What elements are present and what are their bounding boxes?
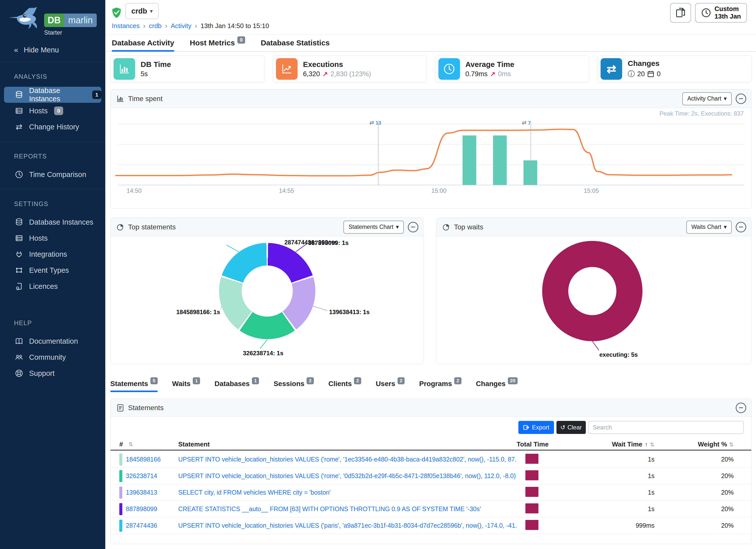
tab-database-activity[interactable]: Database Activity bbox=[112, 35, 174, 51]
sidebar-item-licences[interactable]: Licences bbox=[0, 278, 105, 294]
table-row: 1845898166UPSERT INTO vehicle_location_h… bbox=[111, 451, 751, 468]
chevrons-left-icon: « bbox=[14, 46, 18, 54]
collapse-panel-button[interactable] bbox=[736, 222, 746, 232]
waits-chart-dropdown[interactable]: Waits Chart ▾ bbox=[686, 221, 732, 234]
sidebar-item-integrations[interactable]: Integrations bbox=[0, 246, 105, 262]
breadcrumb: Instances›crdb›Activity›13th Jan 14:50 t… bbox=[112, 22, 269, 30]
count-badge: 0 bbox=[54, 107, 63, 115]
table-header: #⇅ Statement Total Time Wait Time↑⇅ Weig… bbox=[111, 439, 751, 450]
weight-value: 20% bbox=[654, 456, 742, 463]
statement-link[interactable]: SELECT city, id FROM vehicles WHERE city… bbox=[178, 489, 331, 496]
range-line1: Custom bbox=[715, 5, 741, 13]
statement-id-link[interactable]: 287474436 bbox=[126, 522, 157, 529]
statement-link[interactable]: UPSERT INTO vehicle_location_histories V… bbox=[178, 522, 517, 529]
col-statement[interactable]: Statement bbox=[178, 440, 517, 448]
tab-host-metrics[interactable]: Host Metrics0 bbox=[190, 35, 245, 51]
statement-color-bar bbox=[119, 487, 122, 499]
x-axis-tick: 15:05 bbox=[576, 187, 606, 194]
weight-value: 20% bbox=[654, 505, 742, 513]
card-title: Average Time bbox=[465, 60, 514, 69]
count-badge: 0 bbox=[237, 36, 245, 44]
breadcrumb-link[interactable]: Instances bbox=[112, 22, 140, 30]
sidebar-item-hosts[interactable]: Hosts0 bbox=[0, 103, 105, 119]
clear-label: Clear bbox=[568, 424, 582, 431]
instance-dropdown[interactable]: crdb ▾ bbox=[125, 3, 159, 19]
sidebar-item-support[interactable]: Support bbox=[0, 365, 105, 381]
tab-statements[interactable]: Statements5 bbox=[110, 376, 158, 392]
hide-menu-button[interactable]: « Hide Menu bbox=[0, 39, 105, 62]
count-badge: 1 bbox=[252, 377, 259, 384]
tab-databases[interactable]: Databases1 bbox=[215, 376, 259, 392]
col-total-time[interactable]: Total Time bbox=[517, 440, 572, 448]
x-axis-tick: 15:00 bbox=[424, 187, 454, 194]
change-marker-line[interactable] bbox=[530, 123, 531, 185]
panel-title: Top statements bbox=[128, 223, 176, 231]
statement-id-link[interactable]: 326238714 bbox=[126, 472, 157, 480]
sidebar-item-time-comparison[interactable]: Time Comparison bbox=[0, 166, 105, 182]
sidebar-item-change-history[interactable]: ⇄Change History bbox=[0, 119, 105, 135]
tab-changes[interactable]: Changes20 bbox=[476, 376, 518, 392]
tab-sessions[interactable]: Sessions2 bbox=[273, 376, 314, 392]
app-logo: DBmarlin Starter bbox=[0, 0, 105, 39]
sidebar-item-documentation[interactable]: Documentation bbox=[0, 333, 105, 349]
statements-chart-dropdown[interactable]: Statements Chart ▾ bbox=[343, 221, 404, 234]
breadcrumb-separator: › bbox=[165, 22, 167, 30]
statement-id-link[interactable]: 887898099 bbox=[126, 505, 157, 513]
tab-label: Host Metrics bbox=[190, 39, 235, 47]
collapse-panel-button[interactable] bbox=[736, 403, 746, 413]
table-row: 326238714UPSERT INTO vehicle_location_hi… bbox=[111, 468, 751, 484]
collapse-panel-button[interactable] bbox=[408, 222, 418, 232]
pie-chart-icon bbox=[117, 223, 124, 231]
list-icon bbox=[117, 404, 124, 412]
search-input[interactable] bbox=[588, 421, 744, 434]
col-wait-time[interactable]: Wait Time↑⇅ bbox=[572, 440, 654, 448]
collapse-panel-button[interactable] bbox=[736, 94, 746, 104]
copy-link-button[interactable] bbox=[670, 3, 691, 23]
activity-chart-dropdown[interactable]: Activity Chart ▾ bbox=[682, 92, 732, 105]
undo-icon: ↺ bbox=[560, 424, 565, 431]
sort-asc-icon: ↑ bbox=[645, 441, 648, 448]
tab-waits[interactable]: Waits1 bbox=[172, 376, 200, 392]
main-area: crdb ▾ Instances›crdb›Activity›13th Jan … bbox=[105, 0, 756, 549]
export-button[interactable]: Export bbox=[518, 421, 554, 434]
statement-id-link[interactable]: 1845898166 bbox=[126, 456, 161, 463]
breadcrumb-link[interactable]: crdb bbox=[149, 22, 162, 30]
tab-label: Databases bbox=[215, 380, 250, 388]
change-marker-line[interactable] bbox=[378, 123, 379, 185]
col-weight[interactable]: Weight %⇅ bbox=[654, 440, 742, 448]
wait-time-value: 1s bbox=[572, 505, 654, 513]
trend-icon bbox=[276, 58, 298, 80]
breadcrumb-current: 13th Jan 14:50 to 15:10 bbox=[201, 22, 269, 30]
card-title: Changes bbox=[628, 59, 660, 68]
card-value: 6,320↗2,830 (123%) bbox=[303, 70, 371, 78]
statement-id-link[interactable]: 139638413 bbox=[126, 489, 157, 496]
time-spent-chart: Peak Time: 2s, Executions: 837 ⇄ 13⇄ 714… bbox=[111, 108, 751, 208]
sidebar-item-hosts[interactable]: Hosts bbox=[0, 230, 105, 246]
info-icon: ⓘ bbox=[628, 69, 635, 79]
sidebar-item-label: Database Instances bbox=[29, 218, 93, 226]
sidebar-item-event-types[interactable]: Event Types bbox=[0, 262, 105, 278]
sidebar-item-community[interactable]: Community bbox=[0, 349, 105, 365]
col-rank[interactable]: #⇅ bbox=[119, 440, 178, 448]
top-waits-panel: Top waits Waits Chart ▾ executing: 5s bbox=[436, 218, 751, 364]
card-value: 0.79ms↗0ms bbox=[465, 70, 514, 78]
clear-button[interactable]: ↺ Clear bbox=[556, 421, 586, 434]
page-tabs: Database ActivityHost Metrics0Database S… bbox=[105, 35, 756, 52]
sidebar-item-database-instances[interactable]: Database Instances1 bbox=[4, 87, 101, 103]
metric-cards: DB Time5sExecutions6,320↗2,830 (123%)Ave… bbox=[110, 56, 751, 82]
tab-database-statistics[interactable]: Database Statistics bbox=[261, 35, 330, 51]
count-badge: 1 bbox=[193, 377, 200, 384]
statement-link[interactable]: UPSERT INTO vehicle_location_histories V… bbox=[178, 472, 516, 479]
tab-clients[interactable]: Clients2 bbox=[328, 376, 361, 392]
breadcrumb-link[interactable]: Activity bbox=[171, 22, 191, 30]
statement-link[interactable]: UPSERT INTO vehicle_location_histories V… bbox=[178, 456, 517, 463]
trend-up-icon: ↗ bbox=[490, 70, 496, 78]
time-range-button[interactable]: Custom 13th Jan bbox=[695, 3, 747, 23]
sidebar-item-database-instances[interactable]: Database Instances bbox=[0, 214, 105, 230]
statement-link[interactable]: CREATE STATISTICS __auto__ FROM [63] WIT… bbox=[178, 505, 481, 512]
wait-time-value: 999ms bbox=[572, 522, 654, 529]
tab-programs[interactable]: Programs2 bbox=[419, 376, 461, 392]
tab-users[interactable]: Users2 bbox=[376, 376, 405, 392]
x-axis-tick: 14:50 bbox=[119, 187, 149, 194]
sidebar-item-label: Database Instances bbox=[29, 86, 86, 103]
